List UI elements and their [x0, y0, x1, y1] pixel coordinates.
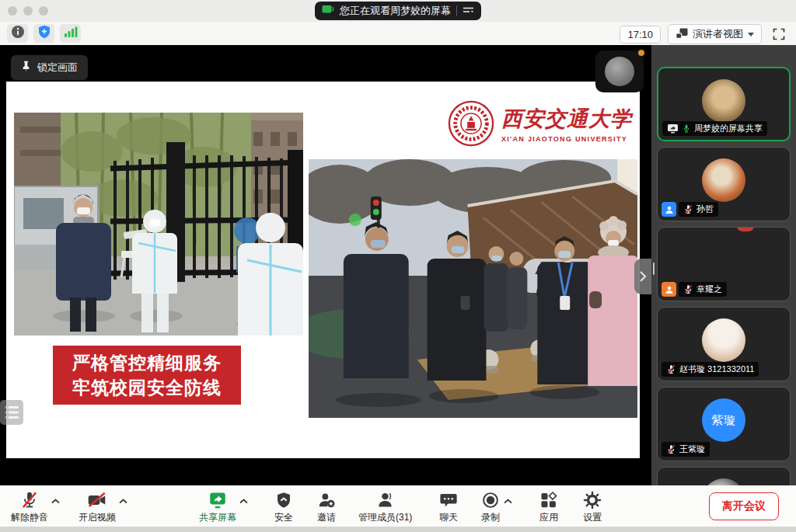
- banner-menu-icon[interactable]: [463, 4, 474, 18]
- network-quality-button[interactable]: [60, 24, 81, 43]
- person-icon: [665, 205, 674, 214]
- fullscreen-button[interactable]: [769, 25, 789, 43]
- participant-tile[interactable]: 紫璇 王紫璇: [657, 387, 791, 461]
- campus-gate-photo: [14, 113, 303, 336]
- settings-button[interactable]: 设置: [582, 489, 602, 524]
- university-logo: 西安交通大学 XI'AN JIAOTONG UNIVERSITY: [447, 93, 637, 154]
- slogan-line-2: 牢筑校园安全防线: [61, 375, 233, 400]
- gear-icon: [582, 489, 602, 510]
- host-badge-orange: [662, 282, 676, 297]
- shared-screen-stage: 锁定画面: [0, 45, 651, 485]
- participant-tile-sharing[interactable]: 周梦姣的屏幕共享: [657, 67, 791, 141]
- university-name-cn: 西安交通大学: [501, 105, 632, 133]
- participant-name: 章耀之: [696, 283, 722, 295]
- university-seal-icon: [447, 99, 495, 148]
- pin-screen-button[interactable]: 锁定画面: [11, 55, 88, 80]
- avatar-photo: [702, 158, 745, 202]
- divider: [456, 5, 457, 16]
- green-screen-icon: [322, 4, 334, 18]
- participant-name: 周梦姣的屏幕共享: [694, 123, 763, 134]
- window-zoom-button[interactable]: [39, 6, 48, 16]
- window-titlebar: 您正在观看周梦姣的屏幕: [0, 0, 796, 22]
- unmute-options-chevron[interactable]: [51, 499, 60, 504]
- record-icon: [480, 489, 501, 510]
- security-button[interactable]: 安全: [274, 489, 293, 524]
- video-options-chevron[interactable]: [119, 499, 127, 504]
- meeting-toolbar: 解除静音 开启视频 共享屏幕 安全 邀请: [0, 485, 796, 527]
- view-mode-button[interactable]: 演讲者视图: [668, 24, 762, 44]
- speaker-view-icon: [676, 28, 688, 41]
- participant-tile[interactable]: 章耀之: [657, 227, 791, 301]
- participant-name: 王紫璇: [679, 443, 705, 455]
- participant-tile-partial[interactable]: [657, 467, 791, 485]
- security-shield-icon: [274, 489, 293, 510]
- zoom-meeting-window: 您正在观看周梦姣的屏幕 17:10 演讲者视图 锁定画面: [0, 0, 796, 532]
- participant-name: 孙哲: [696, 203, 714, 215]
- avatar-cat: [702, 318, 745, 362]
- participant-nameplate: 赵书璇 3121332011: [662, 362, 759, 377]
- camera-avatar-placeholder: [605, 57, 634, 86]
- slogan-line-1: 严格管控精细服务: [61, 350, 233, 375]
- share-screen-icon: [208, 489, 228, 510]
- mic-muted-icon: [666, 364, 676, 374]
- university-name-en: XI'AN JIAOTONG UNIVERSITY: [501, 135, 632, 143]
- dock-strip: [0, 527, 796, 532]
- info-icon: [11, 25, 25, 42]
- leave-meeting-button[interactable]: 离开会议: [709, 492, 779, 520]
- screen-share-icon: [667, 123, 679, 134]
- participant-nameplate: 周梦姣的屏幕共享: [662, 121, 767, 136]
- window-controls: [8, 6, 48, 16]
- fullscreen-icon: [773, 28, 785, 40]
- meeting-clock: 17:10: [620, 26, 661, 43]
- chat-bubble-icon: [438, 489, 459, 510]
- participant-tile[interactable]: 孙哲: [657, 147, 791, 221]
- record-options-chevron[interactable]: [504, 499, 512, 504]
- mic-muted-icon: [19, 489, 40, 510]
- share-options-chevron[interactable]: [239, 499, 248, 504]
- avatar-initials: 紫璇: [702, 398, 745, 442]
- apps-button[interactable]: 应用: [539, 489, 559, 524]
- person-icon: [665, 285, 674, 294]
- signal-bars-icon: [64, 26, 78, 41]
- meeting-info-button[interactable]: [7, 24, 28, 43]
- view-mode-label: 演讲者视图: [693, 27, 743, 41]
- encryption-button[interactable]: [33, 24, 54, 43]
- participants-sidebar: 周梦姣的屏幕共享 孙哲 章耀之 赵书璇 3121332011: [651, 45, 796, 485]
- presentation-slide: 西安交通大学 XI'AN JIAOTONG UNIVERSITY 严格管控精细服…: [6, 82, 640, 458]
- mic-muted-icon: [666, 444, 676, 454]
- street-inspection-photo: [309, 159, 637, 418]
- notification-dot: [638, 50, 644, 56]
- meeting-info-bar: 17:10 演讲者视图: [0, 22, 796, 45]
- participant-name: 赵书璇 3121332011: [679, 363, 754, 375]
- slide-list-handle[interactable]: [0, 400, 23, 425]
- sidebar-collapse-handle[interactable]: [634, 259, 651, 294]
- avatar-dog: [702, 79, 745, 123]
- window-close-button[interactable]: [8, 6, 17, 16]
- manage-participants-button[interactable]: 管理成员(31): [358, 489, 412, 524]
- caret-down-icon: [748, 33, 754, 37]
- participant-nameplate: 章耀之: [679, 282, 727, 297]
- pin-screen-label: 锁定画面: [37, 61, 78, 75]
- mic-on-icon: [682, 123, 691, 134]
- screen-watching-banner: 您正在观看周梦姣的屏幕: [315, 2, 481, 20]
- apps-grid-icon: [539, 489, 559, 510]
- pin-icon: [21, 61, 31, 75]
- avatar-photo: [702, 478, 745, 485]
- floating-video-thumbnail[interactable]: [595, 50, 644, 92]
- chat-button[interactable]: 聊天: [438, 489, 459, 524]
- share-screen-button[interactable]: 共享屏幕: [199, 489, 236, 524]
- camera-muted-icon: [86, 489, 108, 510]
- unmute-button[interactable]: 解除静音: [11, 489, 48, 524]
- chevron-right-icon: [639, 270, 647, 283]
- cohost-badge-blue: [662, 202, 676, 217]
- participant-tile[interactable]: 赵书璇 3121332011: [657, 307, 791, 381]
- window-minimize-button[interactable]: [23, 6, 33, 16]
- participant-nameplate: 王紫璇: [662, 442, 710, 457]
- invite-button[interactable]: 邀请: [316, 489, 337, 524]
- slogan-banner: 严格管控精细服务 牢筑校园安全防线: [53, 346, 241, 405]
- start-video-button[interactable]: 开启视频: [79, 489, 116, 524]
- participants-icon: [375, 489, 396, 510]
- mic-muted-icon: [683, 284, 693, 294]
- mic-muted-icon: [683, 204, 693, 214]
- record-button[interactable]: 录制: [480, 489, 501, 524]
